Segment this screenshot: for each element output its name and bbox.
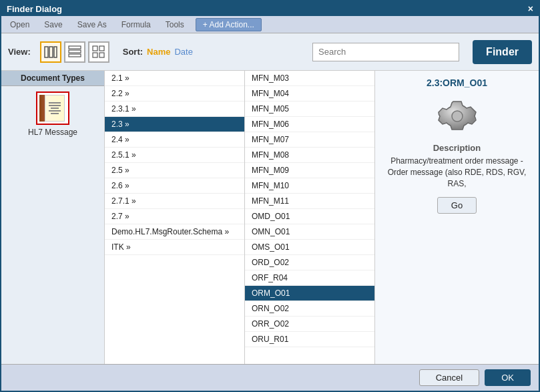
title-bar: Finder Dialog × bbox=[1, 1, 539, 16]
svg-point-10 bbox=[452, 111, 463, 122]
list-item-MFN_M05[interactable]: MFN_M05 bbox=[245, 102, 374, 117]
list-item-MFN_M06[interactable]: MFN_M06 bbox=[245, 117, 374, 132]
svg-rect-9 bbox=[99, 53, 104, 57]
main-content: Document Types HL7 Message bbox=[1, 71, 539, 364]
view-buttons bbox=[40, 41, 109, 63]
svg-rect-5 bbox=[69, 54, 81, 57]
column-view-icon bbox=[44, 45, 57, 59]
cancel-button[interactable]: Cancel bbox=[419, 369, 479, 386]
page-line-4 bbox=[49, 110, 61, 112]
detail-panel: 2.3:ORM_O01 bbox=[375, 71, 539, 364]
svg-rect-6 bbox=[93, 46, 97, 51]
list-item-MFN_M09[interactable]: MFN_M09 bbox=[245, 163, 374, 178]
finder-button[interactable]: Finder bbox=[473, 40, 532, 64]
list-item-ORD_O02[interactable]: ORD_O02 bbox=[245, 255, 374, 270]
tree-item-2.5.1[interactable]: 2.5.1 » bbox=[105, 148, 244, 163]
menu-tools[interactable]: Tools bbox=[160, 18, 190, 31]
view-column-button[interactable] bbox=[40, 41, 61, 63]
list-item-ORM_O01[interactable]: ORM_O01 bbox=[245, 286, 374, 301]
book-page bbox=[45, 95, 65, 122]
tree-item-2.7.1[interactable]: 2.7.1 » bbox=[105, 194, 244, 209]
hl7-icon-border bbox=[36, 91, 69, 125]
detail-title: 2.3:ORM_O01 bbox=[427, 77, 487, 88]
svg-rect-4 bbox=[69, 50, 81, 53]
title-bar-left: Finder Dialog bbox=[7, 4, 62, 14]
svg-rect-3 bbox=[69, 46, 81, 49]
list-item-ORR_O02[interactable]: ORR_O02 bbox=[245, 317, 374, 332]
list-item-ORN_O02[interactable]: ORN_O02 bbox=[245, 301, 374, 317]
tree-item-demo[interactable]: Demo.HL7.MsgRouter.Schema » bbox=[105, 224, 244, 240]
sort-section: Sort: Name Date bbox=[123, 47, 193, 57]
page-line-1 bbox=[49, 102, 61, 104]
tree-item-2.3.1[interactable]: 2.3.1 » bbox=[105, 102, 244, 117]
toolbar: View: bbox=[1, 33, 539, 71]
page-line-5 bbox=[51, 113, 59, 114]
page-line-2 bbox=[49, 105, 61, 106]
svg-rect-0 bbox=[45, 47, 48, 57]
svg-rect-7 bbox=[99, 46, 104, 51]
list-item-MFN_M07[interactable]: MFN_M07 bbox=[245, 132, 374, 148]
list-panel: MFN_M03MFN_M04MFN_M05MFN_M06MFN_M07MFN_M… bbox=[245, 71, 375, 364]
svg-rect-8 bbox=[93, 53, 97, 57]
view-label: View: bbox=[8, 47, 31, 57]
tree-item-itk[interactable]: ITK » bbox=[105, 240, 244, 255]
tree-item-2.1[interactable]: 2.1 » bbox=[105, 71, 244, 86]
svg-rect-1 bbox=[49, 47, 53, 57]
doc-types-header: Document Types bbox=[1, 71, 104, 86]
list-item-ORU_R01[interactable]: ORU_R01 bbox=[245, 332, 374, 347]
search-input[interactable] bbox=[312, 43, 459, 61]
book-spine bbox=[39, 95, 45, 122]
ok-button[interactable]: OK bbox=[485, 369, 531, 386]
sort-label: Sort: bbox=[123, 47, 143, 57]
tree-panel: 2.1 »2.2 »2.3.1 »2.3 »2.4 »2.5.1 »2.5 »2… bbox=[105, 71, 245, 364]
tree-item-2.4[interactable]: 2.4 » bbox=[105, 132, 244, 148]
view-grid-button[interactable] bbox=[88, 41, 109, 63]
doc-types-panel: Document Types HL7 Message bbox=[1, 71, 105, 364]
bottom-bar: Cancel OK bbox=[1, 364, 539, 391]
list-item-MFN_M10[interactable]: MFN_M10 bbox=[245, 178, 374, 194]
menu-open[interactable]: Open bbox=[4, 18, 35, 31]
window-title: Finder Dialog bbox=[7, 4, 62, 14]
gear-icon-container bbox=[436, 95, 479, 138]
menu-save[interactable]: Save bbox=[38, 18, 68, 31]
gear-icon bbox=[436, 95, 479, 140]
close-button[interactable]: × bbox=[528, 3, 533, 14]
svg-rect-2 bbox=[54, 47, 57, 57]
tree-item-2.3[interactable]: 2.3 » bbox=[105, 117, 244, 132]
list-item-OMD_O01[interactable]: OMD_O01 bbox=[245, 209, 374, 224]
menu-bar: Open Save Save As Formula Tools + Add Ac… bbox=[1, 16, 539, 33]
tree-item-2.5[interactable]: 2.5 » bbox=[105, 163, 244, 178]
list-item-ORF_R04[interactable]: ORF_R04 bbox=[245, 270, 374, 286]
menu-formula[interactable]: Formula bbox=[115, 18, 157, 31]
sort-date-button[interactable]: Date bbox=[174, 47, 192, 57]
grid-view-icon bbox=[92, 45, 105, 59]
detail-desc-text: Pharmacy/treatment order message - Order… bbox=[382, 156, 532, 189]
list-item-OMS_O01[interactable]: OMS_O01 bbox=[245, 240, 374, 255]
list-item-OMN_O01[interactable]: OMN_O01 bbox=[245, 224, 374, 240]
page-line-3 bbox=[51, 108, 59, 109]
tree-item-2.2[interactable]: 2.2 » bbox=[105, 86, 244, 102]
doc-type-label: HL7 Message bbox=[28, 128, 77, 137]
tree-item-2.7[interactable]: 2.7 » bbox=[105, 209, 244, 224]
add-action-button[interactable]: + Add Action... bbox=[196, 18, 262, 31]
menu-save-as[interactable]: Save As bbox=[71, 18, 113, 31]
list-item-MFN_M03[interactable]: MFN_M03 bbox=[245, 71, 374, 86]
list-item-MFN_M11[interactable]: MFN_M11 bbox=[245, 194, 374, 209]
tree-item-2.6[interactable]: 2.6 » bbox=[105, 178, 244, 194]
sort-name-button[interactable]: Name bbox=[147, 47, 170, 57]
hl7-book-icon bbox=[38, 93, 67, 123]
list-view-icon bbox=[68, 45, 81, 59]
finder-dialog: Finder Dialog × Open Save Save As Formul… bbox=[0, 0, 540, 392]
go-button[interactable]: Go bbox=[437, 197, 477, 214]
doc-type-hl7[interactable]: HL7 Message bbox=[1, 86, 104, 142]
detail-desc-label: Description bbox=[433, 143, 481, 153]
view-list-button[interactable] bbox=[64, 41, 85, 63]
list-item-MFN_M04[interactable]: MFN_M04 bbox=[245, 86, 374, 102]
list-item-MFN_M08[interactable]: MFN_M08 bbox=[245, 148, 374, 163]
